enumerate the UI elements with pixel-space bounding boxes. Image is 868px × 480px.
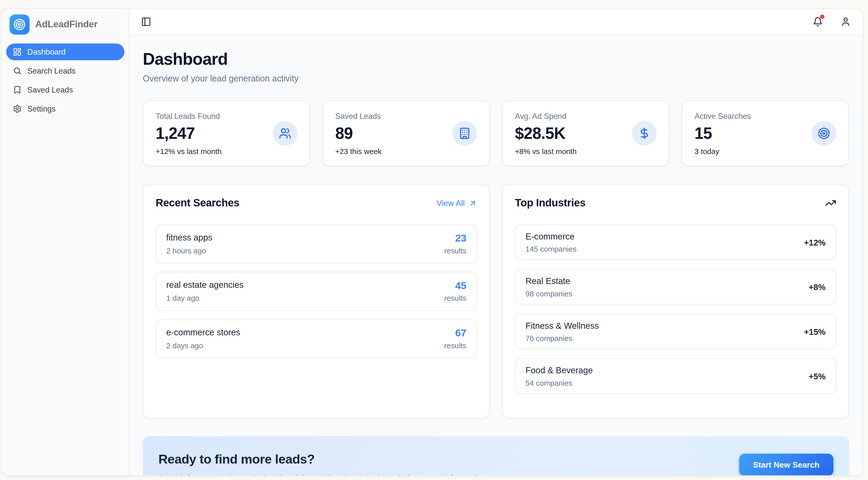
industry-delta: +5% (809, 371, 826, 381)
industry-text: Food & Beverage54 companies (525, 365, 593, 387)
stat-label: Total Leads Found (156, 111, 222, 120)
dashboard-content: Dashboard Overview of your lead generati… (129, 35, 862, 475)
page-title: Dashboard (143, 50, 849, 68)
brand: AdLeadFinder (2, 9, 129, 40)
industry-item[interactable]: Fitness & Wellness76 companies+15% (515, 313, 836, 349)
sidebar: AdLeadFinder DashboardSearch LeadsSaved … (2, 9, 129, 475)
cta-subtitle: Search for companies actively advertisin… (158, 473, 486, 475)
industry-companies: 76 companies (525, 334, 599, 342)
search-time: 1 day ago (166, 294, 244, 302)
result-count: 67 (444, 328, 466, 339)
top-industries-title: Top Industries (515, 197, 586, 209)
result-unit: results (444, 247, 466, 255)
result-count: 23 (444, 233, 466, 244)
sidebar-item-saved-leads[interactable]: Saved Leads (6, 82, 124, 98)
industry-item[interactable]: E-commerce145 companies+12% (515, 224, 836, 260)
users-icon (273, 121, 297, 146)
top-industries-panel: Top Industries E-commerce145 companies+1… (502, 184, 849, 419)
stat-value: 15 (694, 124, 751, 143)
recent-searches-panel: Recent Searches View All fitness apps2 h… (143, 184, 490, 419)
industry-delta: +8% (809, 282, 826, 292)
panel-left-icon (141, 17, 151, 27)
app-name: AdLeadFinder (35, 19, 98, 30)
search-time: 2 hours ago (166, 247, 212, 255)
building-icon (452, 121, 477, 146)
search-item-results: 67results (444, 328, 466, 350)
cta-title: Ready to find more leads? (158, 452, 486, 467)
search-time: 2 days ago (166, 341, 240, 350)
stat-info: Total Leads Found1,247+12% vs last month (156, 111, 222, 155)
stat-card: Avg. Ad Spend$28.5K+8% vs last month (502, 100, 670, 166)
stat-label: Saved Leads (335, 111, 381, 120)
search-icon (13, 66, 22, 76)
industry-item[interactable]: Real Estate98 companies+8% (515, 269, 836, 304)
search-query: real estate agencies (166, 280, 244, 290)
account-button[interactable] (837, 13, 855, 31)
topbar (129, 9, 862, 35)
recent-search-item[interactable]: fitness apps2 hours ago23results (156, 224, 477, 263)
sidebar-toggle-button[interactable] (137, 13, 155, 31)
sidebar-item-label: Search Leads (27, 66, 75, 76)
view-all-label: View All (436, 199, 464, 207)
recent-searches-header: Recent Searches View All (156, 197, 477, 209)
industry-delta: +15% (804, 327, 826, 336)
start-new-search-button[interactable]: Start New Search (739, 454, 833, 475)
arrow-up-right-icon (468, 199, 477, 207)
sidebar-item-settings[interactable]: Settings (6, 100, 124, 117)
cta-text: Ready to find more leads? Search for com… (158, 452, 486, 475)
industry-text: Real Estate98 companies (525, 276, 572, 298)
view-all-link[interactable]: View All (436, 199, 477, 207)
recent-searches-title: Recent Searches (156, 197, 240, 209)
main-panel: Dashboard Overview of your lead generati… (129, 9, 862, 475)
result-unit: results (444, 294, 466, 302)
result-unit: results (444, 341, 466, 350)
stat-card: Saved Leads89+23 this week (322, 100, 490, 166)
industry-companies: 54 companies (525, 379, 593, 387)
top-industries-header: Top Industries (515, 197, 836, 209)
stat-info: Avg. Ad Spend$28.5K+8% vs last month (515, 111, 577, 155)
industry-name: E-commerce (525, 231, 577, 242)
stat-info: Active Searches153 today (694, 111, 751, 155)
stat-delta: +12% vs last month (156, 147, 222, 155)
industry-name: Fitness & Wellness (525, 321, 599, 331)
stat-delta: +8% vs last month (515, 147, 577, 155)
trending-up-icon (825, 198, 836, 209)
user-icon (841, 17, 851, 27)
stat-label: Active Searches (694, 111, 751, 120)
dashboard-icon (13, 48, 22, 56)
page-subtitle: Overview of your lead generation activit… (143, 73, 849, 84)
industry-delta: +12% (804, 237, 826, 247)
target-icon (812, 121, 836, 146)
stat-info: Saved Leads89+23 this week (335, 111, 381, 155)
stat-value: $28.5K (515, 124, 577, 143)
industry-name: Food & Beverage (525, 365, 593, 375)
sidebar-item-dashboard[interactable]: Dashboard (6, 43, 124, 60)
search-item-text: real estate agencies1 day ago (166, 280, 244, 302)
search-item-text: fitness apps2 hours ago (166, 233, 212, 255)
notification-dot (820, 14, 825, 19)
sidebar-item-search-leads[interactable]: Search Leads (6, 62, 124, 79)
recent-search-item[interactable]: real estate agencies1 day ago45results (156, 272, 477, 310)
industry-companies: 145 companies (525, 245, 577, 253)
search-item-results: 23results (444, 233, 466, 255)
industry-text: Fitness & Wellness76 companies (525, 321, 599, 342)
sidebar-item-label: Dashboard (27, 48, 65, 56)
panels-row: Recent Searches View All fitness apps2 h… (143, 184, 849, 419)
notifications-button[interactable] (809, 13, 827, 31)
search-query: e-commerce stores (166, 328, 240, 338)
sidebar-item-label: Saved Leads (27, 86, 73, 94)
stats-grid: Total Leads Found1,247+12% vs last month… (143, 100, 849, 166)
bookmark-icon (13, 86, 22, 94)
stat-card: Total Leads Found1,247+12% vs last month (143, 100, 310, 166)
app-window: AdLeadFinder DashboardSearch LeadsSaved … (1, 8, 863, 476)
industry-companies: 98 companies (525, 289, 572, 298)
app-logo-target-icon (10, 14, 30, 34)
industry-item[interactable]: Food & Beverage54 companies+5% (515, 358, 836, 394)
stat-label: Avg. Ad Spend (515, 111, 577, 120)
result-count: 45 (444, 280, 466, 292)
stat-delta: +23 this week (335, 147, 381, 155)
industry-name: Real Estate (525, 276, 572, 286)
recent-search-item[interactable]: e-commerce stores2 days ago67results (156, 319, 477, 358)
search-item-text: e-commerce stores2 days ago (166, 328, 240, 350)
search-item-results: 45results (444, 280, 466, 302)
